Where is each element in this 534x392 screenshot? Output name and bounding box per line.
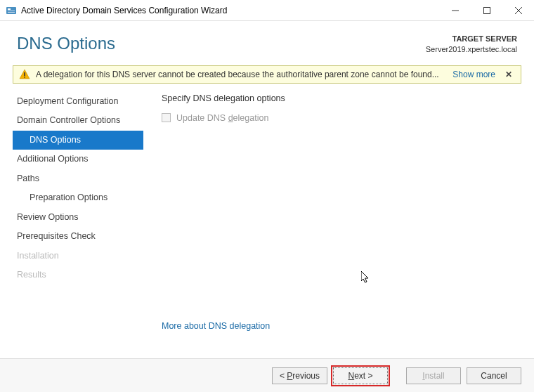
body: Deployment ConfigurationDomain Controlle… — [0, 84, 534, 338]
sidebar-item-6[interactable]: Review Options — [13, 208, 143, 228]
svg-rect-1 — [8, 8, 11, 10]
sidebar: Deployment ConfigurationDomain Controlle… — [13, 89, 143, 338]
header: DNS Options TARGET SERVER Server2019.xpe… — [0, 21, 534, 65]
svg-rect-10 — [24, 77, 25, 78]
warning-bar: A delegation for this DNS server cannot … — [13, 65, 521, 84]
warning-close-button[interactable]: ✕ — [502, 70, 515, 79]
more-about-link[interactable]: More about DNS delegation — [162, 321, 270, 331]
target-label: TARGET SERVER — [426, 34, 517, 44]
target-value: Server2019.xpertstec.local — [426, 44, 517, 55]
sidebar-item-5[interactable]: Preparation Options — [13, 188, 143, 208]
minimize-button[interactable] — [439, 0, 471, 21]
install-button[interactable]: Install — [406, 367, 461, 384]
content: Specify DNS delegation options Update DN… — [143, 89, 521, 338]
warning-icon — [19, 69, 30, 80]
sidebar-item-1[interactable]: Domain Controller Options — [13, 111, 143, 131]
footer: < Previous Next > Install Cancel — [0, 358, 534, 392]
sidebar-item-7[interactable]: Prerequisites Check — [13, 227, 143, 247]
checkbox-icon — [162, 113, 171, 122]
target-server: TARGET SERVER Server2019.xpertstec.local — [426, 34, 517, 55]
sidebar-item-3[interactable]: Additional Options — [13, 150, 143, 169]
update-dns-delegation-checkbox[interactable]: Update DNS delegation — [162, 113, 521, 123]
sidebar-item-9: Results — [13, 266, 143, 285]
app-icon — [6, 5, 17, 16]
sidebar-item-2[interactable]: DNS Options — [13, 131, 143, 150]
titlebar: Active Directory Domain Services Configu… — [0, 0, 534, 21]
sidebar-item-0[interactable]: Deployment Configuration — [13, 92, 143, 112]
window-controls — [439, 0, 534, 21]
window-title: Active Directory Domain Services Configu… — [21, 6, 439, 15]
svg-rect-2 — [8, 11, 15, 11]
maximize-button[interactable] — [471, 0, 502, 21]
previous-button[interactable]: < Previous — [272, 367, 327, 384]
warning-message: A delegation for this DNS server cannot … — [36, 70, 445, 79]
show-more-link[interactable]: Show more — [452, 70, 495, 79]
sidebar-item-8: Installation — [13, 247, 143, 266]
svg-rect-3 — [8, 12, 15, 13]
checkbox-label: Update DNS delegation — [176, 113, 268, 123]
cancel-button[interactable]: Cancel — [467, 367, 521, 384]
next-button[interactable]: Next > — [333, 367, 388, 384]
page-title: DNS Options — [17, 34, 115, 53]
close-button[interactable] — [502, 0, 534, 21]
sidebar-item-4[interactable]: Paths — [13, 169, 143, 189]
svg-rect-5 — [483, 7, 490, 13]
svg-rect-9 — [24, 72, 25, 76]
content-heading: Specify DNS delegation options — [162, 93, 521, 103]
